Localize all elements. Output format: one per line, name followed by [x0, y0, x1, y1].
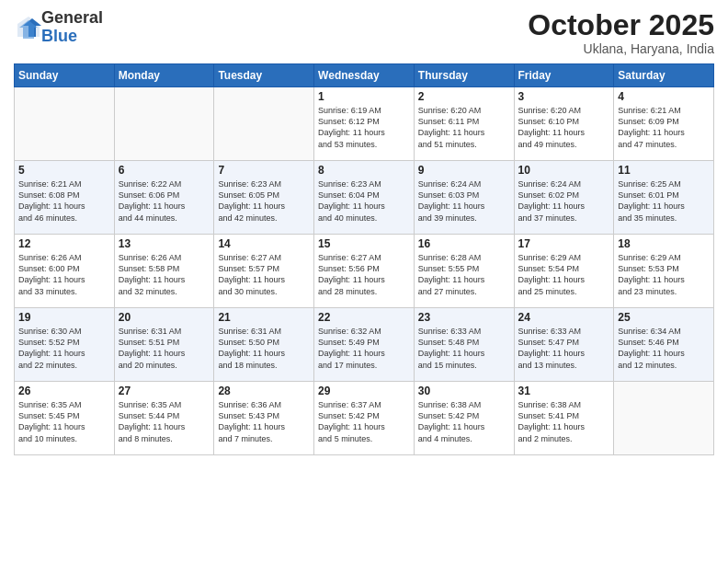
- day-info: Sunrise: 6:20 AM Sunset: 6:10 PM Dayligh…: [518, 105, 610, 150]
- calendar-day-cell: 8Sunrise: 6:23 AM Sunset: 6:04 PM Daylig…: [314, 161, 415, 235]
- logo: General Blue: [14, 9, 103, 46]
- calendar-week-row: 1Sunrise: 6:19 AM Sunset: 6:12 PM Daylig…: [15, 87, 714, 161]
- logo-text: General Blue: [41, 9, 103, 46]
- calendar-day-cell: 14Sunrise: 6:27 AM Sunset: 5:57 PM Dayli…: [214, 235, 314, 308]
- day-number: 2: [418, 90, 510, 103]
- day-number: 8: [318, 164, 410, 177]
- day-number: 23: [418, 311, 510, 324]
- calendar-day-cell: 1Sunrise: 6:19 AM Sunset: 6:12 PM Daylig…: [314, 87, 415, 161]
- day-info: Sunrise: 6:23 AM Sunset: 6:05 PM Dayligh…: [218, 178, 310, 224]
- weekday-header-friday: Friday: [514, 64, 614, 87]
- day-number: 10: [518, 164, 610, 177]
- day-info: Sunrise: 6:33 AM Sunset: 5:48 PM Dayligh…: [418, 326, 510, 371]
- day-number: 6: [119, 164, 210, 177]
- calendar-day-cell: 25Sunrise: 6:34 AM Sunset: 5:46 PM Dayli…: [614, 308, 714, 382]
- calendar-day-cell: 19Sunrise: 6:30 AM Sunset: 5:52 PM Dayli…: [15, 308, 115, 382]
- day-info: Sunrise: 6:20 AM Sunset: 6:11 PM Dayligh…: [418, 105, 510, 150]
- day-number: 1: [318, 90, 410, 103]
- page: General Blue October 2025 Uklana, Haryan…: [0, 0, 728, 563]
- day-info: Sunrise: 6:38 AM Sunset: 5:41 PM Dayligh…: [518, 399, 610, 444]
- day-number: 13: [119, 237, 210, 250]
- calendar-day-cell: 3Sunrise: 6:20 AM Sunset: 6:10 PM Daylig…: [514, 87, 614, 161]
- month-title: October 2025: [528, 9, 714, 41]
- calendar-day-cell: 2Sunrise: 6:20 AM Sunset: 6:11 PM Daylig…: [414, 87, 514, 161]
- calendar-day-cell: 28Sunrise: 6:36 AM Sunset: 5:43 PM Dayli…: [214, 382, 314, 455]
- calendar-day-cell: 18Sunrise: 6:29 AM Sunset: 5:53 PM Dayli…: [614, 235, 714, 308]
- weekday-header-sunday: Sunday: [15, 64, 115, 87]
- day-number: 20: [119, 311, 210, 324]
- day-number: 12: [18, 237, 110, 250]
- day-info: Sunrise: 6:32 AM Sunset: 5:49 PM Dayligh…: [318, 326, 410, 371]
- calendar-day-cell: 9Sunrise: 6:24 AM Sunset: 6:03 PM Daylig…: [414, 161, 514, 235]
- calendar-day-cell: 24Sunrise: 6:33 AM Sunset: 5:47 PM Dayli…: [514, 308, 614, 382]
- day-number: 15: [318, 237, 410, 250]
- day-info: Sunrise: 6:35 AM Sunset: 5:45 PM Dayligh…: [18, 399, 110, 444]
- day-info: Sunrise: 6:37 AM Sunset: 5:42 PM Dayligh…: [318, 399, 410, 444]
- day-info: Sunrise: 6:24 AM Sunset: 6:02 PM Dayligh…: [518, 178, 610, 224]
- day-number: 28: [218, 385, 310, 397]
- day-info: Sunrise: 6:26 AM Sunset: 5:58 PM Dayligh…: [119, 252, 210, 297]
- calendar-day-cell: 15Sunrise: 6:27 AM Sunset: 5:56 PM Dayli…: [314, 235, 415, 308]
- calendar-day-cell: 12Sunrise: 6:26 AM Sunset: 6:00 PM Dayli…: [15, 235, 115, 308]
- day-info: Sunrise: 6:36 AM Sunset: 5:43 PM Dayligh…: [218, 399, 310, 444]
- calendar-day-cell: 27Sunrise: 6:35 AM Sunset: 5:44 PM Dayli…: [114, 382, 214, 455]
- calendar-day-cell: 30Sunrise: 6:38 AM Sunset: 5:42 PM Dayli…: [414, 382, 514, 455]
- logo-icon: [16, 15, 41, 40]
- calendar-day-cell: 22Sunrise: 6:32 AM Sunset: 5:49 PM Dayli…: [314, 308, 415, 382]
- day-info: Sunrise: 6:38 AM Sunset: 5:42 PM Dayligh…: [418, 399, 510, 444]
- calendar-week-row: 12Sunrise: 6:26 AM Sunset: 6:00 PM Dayli…: [15, 235, 714, 308]
- calendar-day-cell: 17Sunrise: 6:29 AM Sunset: 5:54 PM Dayli…: [514, 235, 614, 308]
- day-number: 5: [18, 164, 110, 177]
- day-number: 19: [18, 311, 110, 324]
- calendar-week-row: 5Sunrise: 6:21 AM Sunset: 6:08 PM Daylig…: [15, 161, 714, 235]
- calendar-day-cell: [214, 87, 314, 161]
- calendar-day-cell: 6Sunrise: 6:22 AM Sunset: 6:06 PM Daylig…: [114, 161, 214, 235]
- day-number: 3: [518, 90, 610, 103]
- day-info: Sunrise: 6:22 AM Sunset: 6:06 PM Dayligh…: [119, 178, 210, 224]
- day-info: Sunrise: 6:31 AM Sunset: 5:50 PM Dayligh…: [218, 326, 310, 371]
- day-info: Sunrise: 6:21 AM Sunset: 6:08 PM Dayligh…: [18, 178, 110, 224]
- day-info: Sunrise: 6:29 AM Sunset: 5:54 PM Dayligh…: [518, 252, 610, 297]
- logo-blue: Blue: [41, 28, 103, 46]
- day-info: Sunrise: 6:31 AM Sunset: 5:51 PM Dayligh…: [119, 326, 210, 371]
- day-info: Sunrise: 6:25 AM Sunset: 6:01 PM Dayligh…: [618, 178, 710, 224]
- calendar: SundayMondayTuesdayWednesdayThursdayFrid…: [14, 63, 714, 455]
- day-number: 31: [518, 385, 610, 397]
- day-number: 9: [418, 164, 510, 177]
- calendar-day-cell: 29Sunrise: 6:37 AM Sunset: 5:42 PM Dayli…: [314, 382, 415, 455]
- day-number: 17: [518, 237, 610, 250]
- day-number: 27: [119, 385, 210, 397]
- calendar-week-row: 26Sunrise: 6:35 AM Sunset: 5:45 PM Dayli…: [15, 382, 714, 455]
- weekday-header-tuesday: Tuesday: [214, 64, 314, 87]
- calendar-day-cell: 21Sunrise: 6:31 AM Sunset: 5:50 PM Dayli…: [214, 308, 314, 382]
- day-info: Sunrise: 6:35 AM Sunset: 5:44 PM Dayligh…: [119, 399, 210, 444]
- calendar-day-cell: [114, 87, 214, 161]
- day-info: Sunrise: 6:26 AM Sunset: 6:00 PM Dayligh…: [18, 252, 110, 297]
- weekday-header-wednesday: Wednesday: [314, 64, 415, 87]
- day-number: 7: [218, 164, 310, 177]
- day-info: Sunrise: 6:23 AM Sunset: 6:04 PM Dayligh…: [318, 178, 410, 224]
- day-number: 24: [518, 311, 610, 324]
- day-info: Sunrise: 6:19 AM Sunset: 6:12 PM Dayligh…: [318, 105, 410, 150]
- weekday-header-row: SundayMondayTuesdayWednesdayThursdayFrid…: [15, 64, 714, 87]
- calendar-day-cell: 26Sunrise: 6:35 AM Sunset: 5:45 PM Dayli…: [15, 382, 115, 455]
- day-number: 4: [618, 90, 710, 103]
- day-info: Sunrise: 6:24 AM Sunset: 6:03 PM Dayligh…: [418, 178, 510, 224]
- day-info: Sunrise: 6:30 AM Sunset: 5:52 PM Dayligh…: [18, 326, 110, 371]
- day-number: 18: [618, 237, 710, 250]
- calendar-day-cell: 20Sunrise: 6:31 AM Sunset: 5:51 PM Dayli…: [114, 308, 214, 382]
- weekday-header-saturday: Saturday: [614, 64, 714, 87]
- weekday-header-thursday: Thursday: [414, 64, 514, 87]
- day-number: 25: [618, 311, 710, 324]
- calendar-day-cell: 7Sunrise: 6:23 AM Sunset: 6:05 PM Daylig…: [214, 161, 314, 235]
- day-info: Sunrise: 6:21 AM Sunset: 6:09 PM Dayligh…: [618, 105, 710, 150]
- day-info: Sunrise: 6:34 AM Sunset: 5:46 PM Dayligh…: [618, 326, 710, 371]
- weekday-header-monday: Monday: [114, 64, 214, 87]
- day-number: 22: [318, 311, 410, 324]
- day-number: 30: [418, 385, 510, 397]
- calendar-day-cell: 13Sunrise: 6:26 AM Sunset: 5:58 PM Dayli…: [114, 235, 214, 308]
- day-info: Sunrise: 6:27 AM Sunset: 5:56 PM Dayligh…: [318, 252, 410, 297]
- calendar-day-cell: 10Sunrise: 6:24 AM Sunset: 6:02 PM Dayli…: [514, 161, 614, 235]
- day-number: 26: [18, 385, 110, 397]
- calendar-day-cell: 23Sunrise: 6:33 AM Sunset: 5:48 PM Dayli…: [414, 308, 514, 382]
